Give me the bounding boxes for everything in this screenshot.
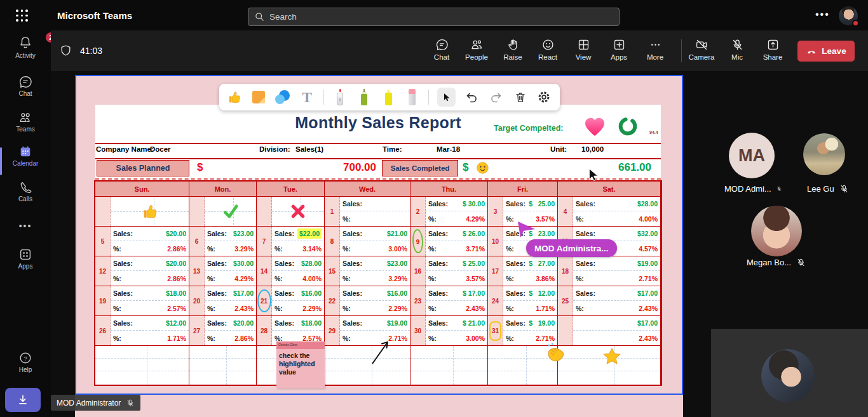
delete-annotations-button[interactable] <box>512 89 528 105</box>
toolbar-divider <box>428 89 429 105</box>
footer-cell <box>95 346 189 385</box>
day-number: 16 <box>410 256 426 286</box>
chat-icon <box>18 75 32 89</box>
participant-video-tile[interactable] <box>711 329 868 417</box>
day-header-mon: Mon. <box>189 182 257 197</box>
sticky-note[interactable]: Christie Cline check the highlighted val… <box>276 341 325 388</box>
redo-button[interactable] <box>488 89 504 105</box>
heart-emoji <box>581 114 608 139</box>
mic-off-icon <box>796 258 806 267</box>
participant-avatar-megan[interactable] <box>751 206 802 256</box>
sidebar-item-chat[interactable]: Chat <box>0 75 51 108</box>
highlighter-tool[interactable] <box>381 89 397 105</box>
day-cell-19: 19Sales:$18.00%:2.57% <box>95 286 189 316</box>
search-input[interactable]: Search <box>248 8 620 26</box>
meeting-stage: T Monthly Sales Report Target Compelted: <box>51 71 868 417</box>
day-number: 19 <box>95 286 111 315</box>
day-header-tue: Tue. <box>257 182 325 197</box>
day-number: 12 <box>95 256 111 286</box>
text-tool[interactable]: T <box>299 89 315 105</box>
sidebar-item-apps[interactable]: Apps <box>0 248 51 281</box>
day-number: 8 <box>325 227 340 256</box>
thumbs-up-emoji <box>141 202 159 220</box>
more-options-icon[interactable]: ••• <box>815 9 830 20</box>
presenter-cursor-arrow <box>516 221 536 240</box>
division-label: Division: <box>259 145 290 153</box>
day-cell-20: 20Sales:$17.00%:2.43% <box>189 286 257 316</box>
sidebar-item-calls[interactable]: Calls <box>0 180 51 213</box>
leave-button[interactable]: Leave <box>797 41 855 62</box>
participant-avatar-mod-admin[interactable]: MA <box>729 133 775 178</box>
day-number: 13 <box>189 256 205 286</box>
mic-off-icon <box>839 184 849 194</box>
share-icon <box>766 38 780 51</box>
sticky-note-text: check the highlighted value <box>276 349 325 379</box>
share-button[interactable]: Share <box>756 36 790 69</box>
presenter-name-tooltip: MOD Administra... <box>526 239 617 257</box>
presenter-label: MOD Administrator <box>51 395 140 411</box>
day-number: 15 <box>325 256 340 286</box>
blue-circle-annotation: 21 <box>257 289 271 312</box>
sales-planned-value: 700.00 <box>305 161 376 174</box>
user-avatar[interactable] <box>839 6 858 25</box>
company-name-value: Docer <box>150 145 171 153</box>
clap-emoji <box>543 341 566 364</box>
shapes-tool[interactable] <box>275 89 291 105</box>
dash-divider <box>95 178 661 180</box>
day-number: 20 <box>189 286 205 315</box>
waffle-menu-icon[interactable] <box>16 10 29 22</box>
app-title: Microsoft Teams <box>57 10 132 21</box>
people-button[interactable]: People <box>459 36 494 69</box>
view-button[interactable]: View <box>566 36 600 69</box>
sidebar-item-activity[interactable]: 2 Activity <box>0 36 51 69</box>
sales-completed-box: Sales Completed <box>382 160 458 176</box>
camera-button[interactable]: Camera <box>684 36 719 69</box>
eraser-tool[interactable] <box>405 89 421 105</box>
day-number: 7 <box>257 227 272 256</box>
svg-text:?: ? <box>24 355 27 362</box>
calendar-header-row: Sun.Mon.Tue.Wed.Thu.Fri.Sat. <box>95 182 661 197</box>
day-cell-w1c3 <box>257 197 325 227</box>
pen-tool[interactable] <box>356 89 372 105</box>
laser-pointer-tool[interactable] <box>332 89 348 105</box>
day-number: 4 <box>558 197 573 226</box>
meeting-toolbar: 41:03 Chat People Raise React View Apps … <box>51 30 868 71</box>
settings-button[interactable] <box>536 89 552 105</box>
sidebar-item-help[interactable]: ? Help <box>0 351 51 384</box>
react-button[interactable]: React <box>531 36 565 69</box>
thumbs-up-reaction-tool[interactable] <box>227 89 243 105</box>
day-cell-4: 4Sales:$28.00%:4.00% <box>558 197 661 227</box>
smiley-emoji <box>476 161 489 175</box>
day-cell-w1c2 <box>189 197 257 227</box>
mic-off-icon <box>731 38 744 51</box>
progress-ring <box>616 116 639 137</box>
select-cursor-tool[interactable] <box>437 88 456 107</box>
sidebar-item-calendar[interactable]: Calendar <box>0 145 51 178</box>
day-cell-16: 16Sales:$ 25.00%:3.57% <box>410 256 488 286</box>
participant-avatar-lee-gu[interactable] <box>803 133 845 175</box>
day-number: 18 <box>558 256 573 286</box>
day-cell-w1c1 <box>95 197 189 227</box>
sidebar-item-teams[interactable]: Teams <box>0 110 51 143</box>
more-button[interactable]: More <box>638 36 672 69</box>
apps-button[interactable]: Apps <box>602 36 636 69</box>
divider-line <box>95 143 661 144</box>
participant-name-megan: Megan Bo... <box>747 258 806 267</box>
yellow-circle-annotation: 31 <box>489 321 501 341</box>
day-cell-13: 13Sales:$30.00%:4.29% <box>189 256 257 286</box>
help-icon: ? <box>18 351 32 365</box>
sticky-note-tool[interactable] <box>251 89 267 105</box>
day-number: 22 <box>325 286 340 315</box>
target-percent: 94.4 <box>649 130 658 135</box>
day-number: 1 <box>325 197 340 226</box>
raise-hand-button[interactable]: Raise <box>496 36 530 69</box>
day-cell-14: 14Sales:$28.00%:4.00% <box>257 256 325 286</box>
chat-button[interactable]: Chat <box>424 36 459 69</box>
download-button[interactable] <box>5 388 41 412</box>
day-cell-8: 8Sales:$21.00%:3.00% <box>325 227 410 256</box>
day-cell-24: 24Sales:$ 12.00%:1.71% <box>488 286 558 316</box>
undo-button[interactable] <box>464 89 480 105</box>
mic-button[interactable]: Mic <box>720 36 754 69</box>
day-header-sat: Sat. <box>558 182 661 197</box>
day-cell-9: 9Sales:$ 26.00%:3.71% <box>410 227 488 256</box>
